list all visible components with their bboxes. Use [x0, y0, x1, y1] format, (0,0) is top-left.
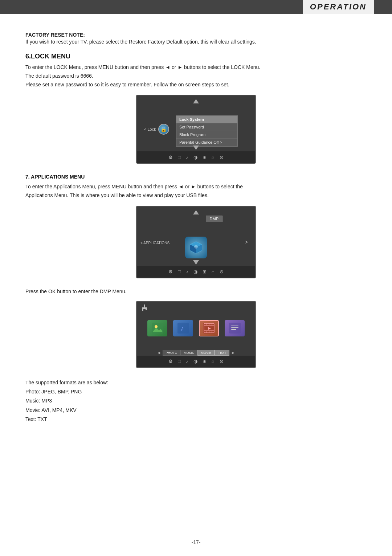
dmp-music-icon: ♪: [173, 320, 193, 336]
svg-rect-19: [204, 330, 214, 331]
svg-point-9: [142, 310, 143, 311]
lock-menu-item-set-password: Set Password: [176, 123, 237, 131]
lock-menu-heading: 6.LOCK MENU: [25, 53, 367, 60]
supported-formats-photo: Photo: JPEG, BMP, PNG: [25, 387, 367, 396]
apps-arrow-up-icon: [193, 210, 199, 214]
apps-dmp-label: DMP: [206, 216, 222, 222]
lock-menu-section: 6.LOCK MENU To enter the LOCK Menu, pres…: [25, 53, 367, 164]
dmp-tv-screen: ♪: [25, 301, 367, 368]
tv-icon-music: ♪: [186, 155, 188, 160]
svg-point-12: [155, 325, 158, 328]
tv-icon-bar-dmp: ⚙ □ ♪ ◑ ⊞ ⌂ ⊙: [137, 356, 255, 367]
apps-menu-para1: To enter the Applications Menu, press ME…: [25, 184, 243, 189]
tv-icon-display: □: [178, 155, 181, 160]
svg-rect-21: [209, 323, 209, 325]
lock-menu-para3: Please set a new password to so it is ea…: [25, 82, 229, 87]
apps-menu-heading: 7. APPLICATIONS MENU: [25, 174, 367, 180]
apps-tv-icon-gear: ⚙: [168, 269, 173, 274]
supported-formats-music: Music: MP3: [25, 396, 367, 405]
dmp-label-music: MUSIC: [180, 350, 197, 356]
svg-rect-23: [206, 331, 207, 333]
tv-icon-clock: ◑: [193, 155, 197, 160]
factory-reset-section: FACTORY RESET NOTE: If you wish to reset…: [25, 32, 367, 45]
arrow-up-icon: [193, 99, 199, 103]
page-title: OPERATION: [303, 0, 374, 14]
tv-icon-bar-lock: ⚙ □ ♪ ◑ ⊞ ⌂ ⊙: [137, 151, 255, 163]
svg-rect-24: [209, 331, 209, 333]
svg-point-10: [146, 309, 147, 310]
dmp-usb-icon: [137, 302, 255, 317]
apps-arrow-down-icon: [193, 260, 199, 265]
apps-cube-icon: [185, 237, 207, 258]
lock-screen-inner: < Lock 🔒 Lock System Set Password Block …: [137, 95, 255, 163]
supported-formats-section: The supported formats are as below: Phot…: [25, 378, 367, 424]
dmp-screen-box: ♪: [136, 301, 256, 368]
lock-menu-item-lock-system: Lock System: [176, 116, 237, 123]
header-bar: OPERATION: [0, 0, 392, 14]
svg-text:♪: ♪: [180, 324, 184, 332]
lock-label-text: < Lock: [144, 127, 156, 131]
lock-label-area: < Lock 🔒: [144, 124, 169, 135]
dmp-tv-icon-display: □: [178, 359, 181, 364]
lock-menu-tv-screen: < Lock 🔒 Lock System Set Password Block …: [25, 95, 367, 164]
supported-formats-title: The supported formats are as below:: [25, 378, 367, 387]
press-ok-text: Press the OK button to enter the DMP Men…: [25, 289, 367, 294]
svg-rect-18: [204, 325, 214, 326]
dmp-nav-arrow-left: ◄: [155, 350, 163, 355]
svg-rect-28: [231, 326, 238, 326]
dmp-tv-icon-usb: ⊙: [220, 359, 224, 364]
tv-icon-grid: ⊞: [203, 155, 207, 160]
dmp-tv-icon-music: ♪: [186, 359, 188, 364]
svg-rect-30: [231, 329, 236, 330]
lock-screen-box: < Lock 🔒 Lock System Set Password Block …: [136, 95, 256, 164]
dmp-label-bar: ◄ PHOTO MUSIC MOVIE TEXT ►: [137, 350, 255, 356]
apps-arrow-right-icon: >: [245, 239, 248, 245]
dmp-label-photo: PHOTO: [163, 350, 181, 356]
arrow-down-icon: [193, 146, 199, 150]
svg-rect-20: [206, 323, 207, 325]
apps-label-text: < APPLICATIONS: [140, 241, 170, 245]
dmp-label-movie: MOVIE: [197, 350, 215, 356]
supported-formats-movie: Movie: AVI, MP4, MKV: [25, 406, 367, 415]
dmp-tv-icon-gear: ⚙: [168, 359, 173, 364]
apps-tv-icon-clock: ◑: [193, 269, 197, 274]
lock-menu-body: To enter the LOCK Menu, press MENU butto…: [25, 63, 367, 89]
svg-rect-25: [212, 331, 212, 333]
tv-icon-usb: ⊙: [220, 155, 224, 160]
apps-menu-para2: Applications Menu. This is where you wil…: [25, 192, 209, 198]
page-number: -17-: [192, 539, 201, 545]
lock-menu-para2: The default password is 6666.: [25, 73, 93, 79]
tv-icon-gear: ⚙: [168, 155, 173, 160]
supported-formats-text: Text: TXT: [25, 415, 367, 424]
apps-menu-body: To enter the Applications Menu, press ME…: [25, 183, 367, 200]
apps-tv-icon-usb: ⊙: [220, 269, 224, 274]
apps-tv-icon-grid: ⊞: [203, 269, 207, 274]
svg-rect-22: [212, 323, 212, 325]
lock-icon: 🔒: [158, 124, 169, 135]
svg-rect-29: [231, 327, 238, 328]
dmp-nav-arrow-right: ►: [229, 350, 237, 355]
dmp-tv-icon-lock2: ⌂: [212, 359, 215, 364]
tv-icon-bar-apps: ⚙ □ ♪ ◑ ⊞ ⌂ ⊙: [137, 266, 255, 278]
factory-reset-title: FACTORY RESET NOTE:: [25, 32, 367, 38]
dmp-tv-icon-clock: ◑: [193, 359, 197, 364]
dmp-screen-inner: ♪: [137, 302, 255, 367]
apps-tv-icon-music: ♪: [186, 269, 188, 274]
lock-menu-item-parental: Parental Guidance Off >: [176, 139, 237, 146]
dmp-label-text: TEXT: [215, 350, 229, 356]
apps-screen-inner: DMP < APPLICATIONS: [137, 207, 255, 278]
svg-point-4: [194, 245, 198, 249]
apps-tv-screen: DMP < APPLICATIONS: [25, 206, 367, 278]
apps-screen-box: DMP < APPLICATIONS: [136, 206, 256, 278]
lock-menu-item-block-program: Block Program: [176, 131, 237, 139]
apps-menu-section: 7. APPLICATIONS MENU To enter the Applic…: [25, 174, 367, 278]
factory-reset-body: If you wish to reset your TV, please sel…: [25, 39, 367, 45]
apps-tv-icon-lock2: ⌂: [212, 269, 215, 274]
dmp-tv-icon-grid: ⊞: [203, 359, 207, 364]
dmp-text-icon: [225, 320, 245, 336]
apps-tv-icon-display: □: [178, 269, 181, 274]
tv-icon-lock2: ⌂: [212, 155, 215, 160]
dmp-media-row: ♪: [137, 317, 255, 339]
lock-menu-popup: Lock System Set Password Block Program P…: [176, 115, 238, 147]
lock-menu-para1: To enter the LOCK Menu, press MENU butto…: [25, 64, 260, 70]
